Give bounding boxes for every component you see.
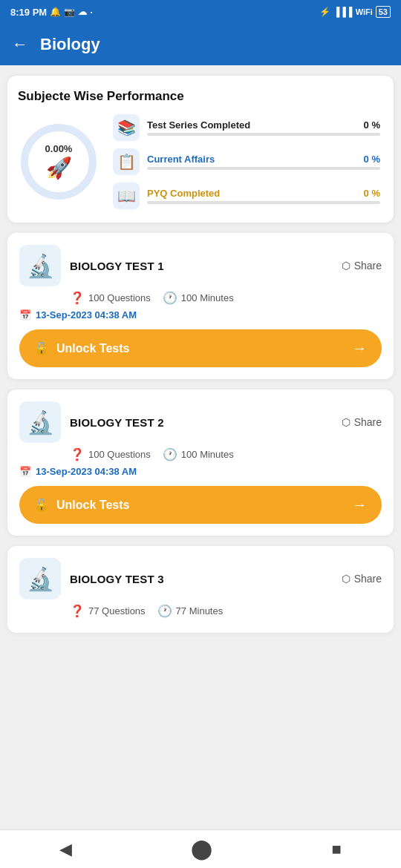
stat-pyq: 📖 PYQ Completed 0 % <box>113 183 380 209</box>
share-icon-3: ⬡ <box>342 573 351 585</box>
status-photo-icon: 📷 <box>64 7 75 17</box>
test-card-3: 🔬 BIOLOGY TEST 3 ⬡ Share ❓ 77 Questions … <box>7 546 394 633</box>
unlock-button-2[interactable]: 🔓 Unlock Tests → <box>19 486 382 524</box>
question-icon-2: ❓ <box>70 447 85 461</box>
nav-home-button[interactable]: ⬤ <box>191 838 212 861</box>
share-button-1[interactable]: ⬡ Share <box>342 260 382 272</box>
stat-label-pyq: PYQ Completed <box>147 188 220 199</box>
status-dot: · <box>90 7 93 18</box>
battery-icon: 53 <box>376 6 391 18</box>
nav-back-button[interactable]: ◀ <box>59 840 72 859</box>
test-minutes-label-3: 77 Minutes <box>176 605 224 617</box>
status-bar: 8:19 PM 🔔 📷 ☁ · ⚡ ▐▐▐ WiFi 53 <box>0 0 401 24</box>
circle-label: 0.00% 🚀 <box>45 143 73 180</box>
unlock-btn-left-1: 🔓 Unlock Tests <box>34 341 129 355</box>
lock-icon-1: 🔓 <box>34 341 49 355</box>
stat-text-test-series: Test Series Completed 0 % <box>147 119 380 136</box>
test-card-2-left: 🔬 BIOLOGY TEST 2 <box>19 401 164 443</box>
stat-bar-bg-current-affairs <box>147 167 380 170</box>
share-icon-2: ⬡ <box>342 416 351 428</box>
signal-icon: ▐▐▐ <box>333 7 353 17</box>
clock-icon-1: 🕐 <box>163 291 177 305</box>
unlock-arrow-1: → <box>352 340 367 357</box>
stats-list: 📚 Test Series Completed 0 % 📋 <box>113 114 380 209</box>
status-time: 8:19 PM <box>10 7 47 18</box>
test-name-1: BIOLOGY TEST 1 <box>70 260 164 272</box>
stat-icon-test-series: 📚 <box>113 114 140 141</box>
unlock-label-2: Unlock Tests <box>56 499 129 512</box>
question-icon-1: ❓ <box>70 291 85 305</box>
performance-card-title: Subjecte Wise Performance <box>18 89 380 104</box>
test-card-2: 🔬 BIOLOGY TEST 2 ⬡ Share ❓ 100 Questions… <box>7 389 394 536</box>
rocket-icon: 🚀 <box>45 156 73 180</box>
status-alert-icon: 🔔 <box>50 7 61 17</box>
stat-value-current-affairs: 0 % <box>364 154 380 165</box>
share-label-3: Share <box>354 573 382 585</box>
test-thumb-3: 🔬 <box>19 558 61 599</box>
stat-value-pyq: 0 % <box>364 188 380 199</box>
clock-icon-3: 🕐 <box>157 604 172 618</box>
test-questions-label-3: 77 Questions <box>88 605 146 617</box>
unlock-label-1: Unlock Tests <box>56 342 129 355</box>
stat-test-series: 📚 Test Series Completed 0 % <box>113 114 380 141</box>
test-minutes-1: 🕐 100 Minutes <box>163 291 234 305</box>
test-meta-3: ❓ 77 Questions 🕐 77 Minutes <box>70 604 382 618</box>
status-cloud-icon: ☁ <box>78 7 87 17</box>
stat-text-pyq: PYQ Completed 0 % <box>147 188 380 204</box>
unlock-btn-left-2: 🔓 Unlock Tests <box>34 498 129 512</box>
performance-body: 0.00% 🚀 📚 Test Series Completed 0 % <box>18 114 380 209</box>
test-date-2: 📅 13-Sep-2023 04:38 AM <box>19 466 382 477</box>
test-card-3-left: 🔬 BIOLOGY TEST 3 <box>19 558 164 599</box>
test-card-1-left: 🔬 BIOLOGY TEST 1 <box>19 245 164 286</box>
stat-bar-bg-pyq <box>147 201 380 204</box>
stat-current-affairs: 📋 Current Affairs 0 % <box>113 148 380 175</box>
status-time-area: 8:19 PM 🔔 📷 ☁ · <box>10 7 93 18</box>
share-button-3[interactable]: ⬡ Share <box>342 573 382 585</box>
stat-label-test-series: Test Series Completed <box>147 119 250 131</box>
share-button-2[interactable]: ⬡ Share <box>342 416 382 428</box>
lock-icon-2: 🔓 <box>34 498 49 512</box>
test-questions-2: ❓ 100 Questions <box>70 447 151 461</box>
test-meta-2: ❓ 100 Questions 🕐 100 Minutes <box>70 447 382 461</box>
stat-bar-bg-test-series <box>147 133 380 136</box>
wifi-icon: WiFi <box>356 7 373 16</box>
question-icon-3: ❓ <box>70 604 85 618</box>
test-questions-label-2: 100 Questions <box>88 449 151 460</box>
test-questions-label-1: 100 Questions <box>88 292 151 303</box>
share-icon-1: ⬡ <box>342 260 351 272</box>
nav-recents-button[interactable]: ■ <box>332 840 342 859</box>
stat-text-current-affairs: Current Affairs 0 % <box>147 154 380 170</box>
test-questions-1: ❓ 100 Questions <box>70 291 151 305</box>
test-questions-3: ❓ 77 Questions <box>70 604 146 618</box>
test-card-1-top: 🔬 BIOLOGY TEST 1 ⬡ Share <box>19 245 382 286</box>
unlock-button-1[interactable]: 🔓 Unlock Tests → <box>19 329 382 367</box>
stat-label-current-affairs: Current Affairs <box>147 154 215 165</box>
calendar-icon-2: 📅 <box>19 466 31 477</box>
test-minutes-label-1: 100 Minutes <box>181 292 234 303</box>
test-name-3: BIOLOGY TEST 3 <box>70 573 164 585</box>
clock-icon-2: 🕐 <box>163 447 177 461</box>
performance-card: Subjecte Wise Performance 0.00% 🚀 📚 <box>7 76 394 223</box>
test-thumb-1: 🔬 <box>19 245 61 286</box>
test-card-1: 🔬 BIOLOGY TEST 1 ⬡ Share ❓ 100 Questions… <box>7 233 394 379</box>
test-date-1: 📅 13-Sep-2023 04:38 AM <box>19 309 382 320</box>
back-button[interactable]: ← <box>12 35 28 54</box>
calendar-icon-1: 📅 <box>19 309 31 320</box>
test-card-3-top: 🔬 BIOLOGY TEST 3 ⬡ Share <box>19 558 382 599</box>
circle-percent-text: 0.00% <box>45 143 73 154</box>
share-label-2: Share <box>354 416 382 428</box>
status-icons-area: ⚡ ▐▐▐ WiFi 53 <box>319 6 391 18</box>
test-minutes-3: 🕐 77 Minutes <box>157 604 224 618</box>
test-minutes-label-2: 100 Minutes <box>181 449 234 460</box>
app-header: ← Biology <box>0 24 401 65</box>
test-date-label-2: 13-Sep-2023 04:38 AM <box>36 466 137 477</box>
stat-value-test-series: 0 % <box>364 119 380 131</box>
unlock-arrow-2: → <box>352 496 367 513</box>
page-title: Biology <box>40 35 100 54</box>
test-meta-1: ❓ 100 Questions 🕐 100 Minutes <box>70 291 382 305</box>
test-thumb-2: 🔬 <box>19 401 61 443</box>
test-minutes-2: 🕐 100 Minutes <box>163 447 234 461</box>
stat-icon-current-affairs: 📋 <box>113 148 140 175</box>
stat-icon-pyq: 📖 <box>113 183 140 209</box>
test-name-2: BIOLOGY TEST 2 <box>70 416 164 429</box>
